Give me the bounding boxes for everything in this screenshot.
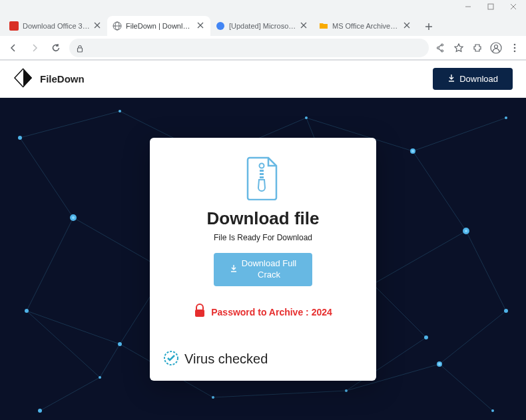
svg-point-63	[38, 409, 42, 413]
toolbar	[0, 36, 526, 60]
svg-point-76	[465, 230, 467, 232]
omnibox[interactable]	[69, 39, 429, 57]
svg-point-65	[118, 342, 122, 346]
tab-2[interactable]: [Updated] Microsoft Office Cra…	[210, 16, 314, 36]
virus-checked-label: Virus checked	[184, 351, 268, 367]
new-tab-button[interactable]	[419, 17, 438, 36]
svg-point-59	[505, 116, 507, 119]
favicon-icon	[9, 21, 19, 31]
forward-button[interactable]	[27, 40, 43, 56]
browser-chrome: Download Office 365 Pro Plus F FileDown …	[0, 0, 526, 61]
svg-point-61	[25, 309, 29, 313]
tab-3[interactable]: MS Office Archives - Crack 4 PC	[314, 16, 417, 36]
password-label: Password to Archive : 2024	[211, 307, 332, 317]
svg-point-74	[72, 216, 75, 219]
brand-name: FileDown	[40, 73, 85, 85]
brand-logo-icon	[13, 68, 33, 91]
svg-rect-4	[9, 21, 19, 31]
svg-point-26	[514, 47, 516, 49]
virus-checked-row: Virus checked	[163, 347, 363, 369]
download-full-crack-button[interactable]: Download Full Crack	[214, 253, 312, 286]
download-button-line1: Download Full	[242, 258, 296, 270]
svg-rect-82	[195, 310, 204, 317]
zip-file-icon	[163, 156, 363, 203]
close-icon[interactable]	[94, 22, 102, 30]
password-row: Password to Archive : 2024	[163, 304, 363, 321]
svg-point-21	[437, 47, 439, 49]
svg-point-54	[18, 136, 22, 140]
close-icon[interactable]	[197, 22, 205, 30]
favicon-icon	[216, 21, 225, 31]
card-title: Download file	[163, 208, 363, 229]
extensions-icon[interactable]	[471, 42, 483, 54]
share-icon[interactable]	[434, 42, 446, 54]
svg-point-20	[441, 44, 443, 46]
download-button-line2: Crack	[258, 270, 280, 281]
close-icon[interactable]	[403, 22, 411, 30]
star-icon[interactable]	[453, 42, 465, 54]
tabstrip: Download Office 365 Pro Plus F FileDown …	[0, 13, 526, 36]
download-icon	[447, 74, 455, 84]
checkmark-circle-icon	[163, 350, 179, 369]
svg-point-24	[495, 45, 498, 48]
svg-point-27	[514, 50, 516, 52]
page: FileDown Download	[0, 61, 526, 420]
svg-point-66	[212, 396, 214, 399]
svg-rect-19	[78, 48, 83, 52]
svg-point-75	[411, 150, 414, 152]
svg-point-57	[305, 116, 308, 119]
padlock-icon	[194, 304, 206, 321]
svg-point-77	[438, 363, 441, 365]
tab-title: [Updated] Microsoft Office Cra…	[229, 22, 296, 30]
svg-rect-81	[260, 176, 264, 178]
profile-icon[interactable]	[490, 42, 502, 54]
svg-point-68	[504, 309, 508, 313]
site-header: FileDown Download	[0, 61, 526, 98]
reload-button[interactable]	[48, 40, 64, 56]
hero: Download file File Is Ready For Download…	[0, 98, 526, 420]
svg-point-12	[216, 22, 224, 30]
svg-rect-1	[488, 4, 493, 9]
window-controls	[0, 0, 526, 13]
maximize-icon[interactable]	[486, 2, 495, 11]
tab-title: FileDown | Download file	[126, 22, 193, 30]
svg-point-70	[491, 409, 494, 412]
minimize-icon[interactable]	[463, 2, 473, 11]
toolbar-right	[434, 42, 521, 54]
menu-icon[interactable]	[509, 42, 521, 54]
header-download-label: Download	[459, 74, 498, 84]
download-icon	[230, 264, 238, 276]
svg-point-62	[99, 376, 101, 379]
tab-1[interactable]: FileDown | Download file	[107, 16, 210, 36]
back-button[interactable]	[5, 40, 21, 56]
svg-rect-79	[260, 170, 264, 172]
globe-icon	[113, 21, 122, 31]
svg-point-25	[514, 43, 516, 45]
svg-point-78	[260, 164, 264, 168]
svg-point-72	[424, 335, 428, 339]
svg-point-55	[119, 110, 121, 112]
download-card: Download file File Is Ready For Download…	[150, 138, 376, 381]
tab-title: Download Office 365 Pro Plus F	[23, 22, 90, 30]
close-icon[interactable]	[300, 22, 308, 30]
tab-title: MS Office Archives - Crack 4 PC	[332, 22, 399, 30]
header-download-button[interactable]: Download	[433, 68, 513, 90]
svg-point-73	[345, 389, 348, 392]
svg-point-22	[441, 50, 443, 52]
close-icon[interactable]	[509, 2, 518, 11]
folder-icon	[319, 21, 328, 31]
lock-icon	[76, 43, 85, 53]
tab-0[interactable]: Download Office 365 Pro Plus F	[4, 16, 107, 36]
brand[interactable]: FileDown	[13, 68, 85, 91]
svg-rect-80	[260, 173, 264, 175]
card-subtitle: File Is Ready For Download	[163, 233, 363, 242]
